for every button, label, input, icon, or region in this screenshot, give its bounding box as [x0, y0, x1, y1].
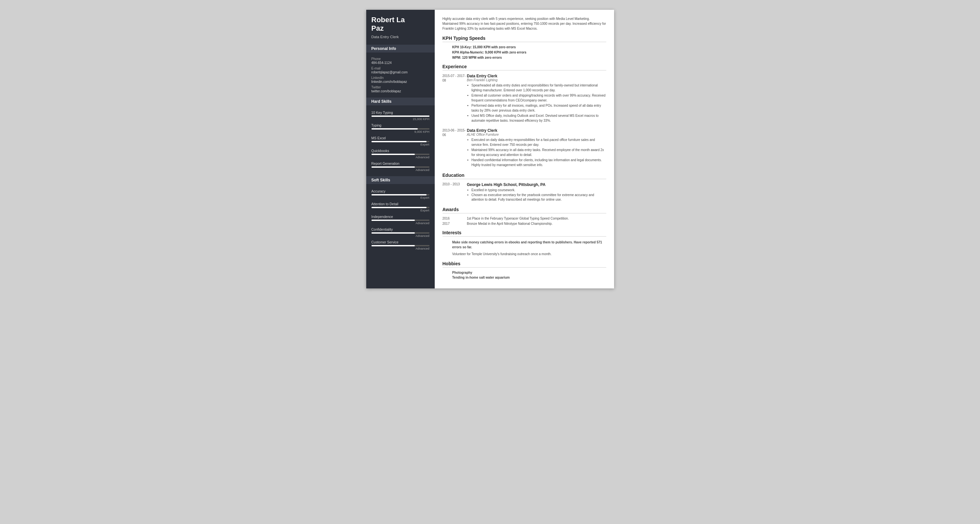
soft-skill-item: Customer Service Advanced	[371, 240, 430, 250]
skill-bar-bg	[371, 166, 430, 168]
skill-bar-fill	[371, 116, 430, 117]
soft-skills-content: Accuracy Expert Attention to Detail Expe…	[366, 184, 435, 253]
skill-name: Customer Service	[371, 240, 430, 244]
interests-section-title: Interests	[442, 230, 606, 237]
bullet: Entered all customer orders and shipping…	[472, 93, 606, 103]
hobbies-content: PhotographyTending in-home salt water aq…	[442, 271, 606, 279]
skill-bar-bg	[371, 141, 430, 142]
exp-bullets: Executed on daily data-entry responsibil…	[467, 138, 606, 167]
soft-skill-item: Confidentiality Advanced	[371, 228, 430, 237]
edu-date: 2010 - 2013	[442, 182, 467, 202]
exp-company: Ben Franklin Lighting	[467, 78, 606, 82]
exp-bullets: Spearheaded all data entry duties and re…	[467, 83, 606, 123]
skill-bar-bg	[371, 220, 430, 221]
hard-skills-header: Hard Skills	[366, 97, 435, 105]
award-row: 2017 Bronze Medal in the April Nitrotype…	[442, 222, 606, 225]
soft-skills-header: Soft Skills	[366, 176, 435, 184]
bullet: Performed data entry for all invoices, m…	[472, 104, 606, 113]
candidate-name: Robert La Paz	[371, 16, 430, 33]
resume-wrapper: Robert La Paz Data Entry Clerk Personal …	[366, 10, 614, 288]
skill-bar-bg	[371, 245, 430, 246]
skill-name: Accuracy	[371, 189, 430, 193]
bullet: Excelled in typing coursework.	[472, 188, 606, 193]
skill-name: Confidentiality	[371, 228, 430, 231]
kph-row: WPM: 120 WPM with zero errors	[442, 56, 606, 59]
edu-bullets: Excelled in typing coursework.Chosen as …	[467, 188, 606, 202]
email-value: robertqlapaz@gmail.com	[371, 70, 430, 74]
hobby-item: Tending in-home salt water aquarium	[452, 276, 606, 279]
skill-name: Attention to Detail	[371, 202, 430, 206]
kph-section-title: KPH Typing Speeds	[442, 35, 606, 42]
hard-skill-item: Report Generation Advanced	[371, 161, 430, 172]
skill-bar-fill	[371, 166, 415, 168]
education-entry: 2010 - 2013 George Lewis High School, Pi…	[442, 182, 606, 202]
skill-name: Independence	[371, 215, 430, 218]
exp-job-title: Data Entry Clerk	[467, 74, 606, 78]
skill-bar-bg	[371, 154, 430, 155]
award-year: 2017	[442, 222, 467, 225]
bullet: Maintained 99% accuracy in all data entr…	[472, 148, 606, 157]
experience-entry: 2015-07 - 2017-08 Data Entry Clerk Ben F…	[442, 74, 606, 124]
bullet: Spearheaded all data entry duties and re…	[472, 83, 606, 93]
skill-level: Advanced	[371, 168, 430, 172]
skill-name: MS Excel	[371, 136, 430, 140]
soft-skill-item: Accuracy Expert	[371, 189, 430, 199]
twitter-label: Twitter	[371, 86, 430, 89]
linkedin-value: linkedin.com/in/boblapaz	[371, 80, 430, 83]
skill-bar-fill	[371, 141, 426, 142]
sidebar: Robert La Paz Data Entry Clerk Personal …	[366, 10, 435, 288]
bullet: Executed on daily data-entry responsibil…	[472, 138, 606, 147]
skill-name: 10 Key Typing	[371, 111, 430, 115]
skill-bar-bg	[371, 232, 430, 234]
skill-level: 15,000 KPH	[371, 117, 430, 121]
soft-skill-item: Attention to Detail Expert	[371, 202, 430, 212]
skill-bar-fill	[371, 128, 418, 129]
hard-skills-content: 10 Key Typing 15,000 KPH Typing 9,000 KP…	[366, 105, 435, 174]
hard-skill-item: 10 Key Typing 15,000 KPH	[371, 111, 430, 121]
skill-name: Report Generation	[371, 161, 430, 166]
skill-level: Expert	[371, 143, 430, 146]
skill-bar-bg	[371, 128, 430, 129]
awards-entries: 2016 1st Place in the February Typeracer…	[442, 217, 606, 225]
soft-skill-item: Independence Advanced	[371, 215, 430, 225]
skill-level: Advanced	[371, 221, 430, 225]
skill-level: Expert	[371, 196, 430, 199]
exp-date: 2015-07 - 2017-08	[442, 74, 467, 124]
phone-label: Phone	[371, 57, 430, 61]
awards-section-title: Awards	[442, 207, 606, 213]
main-content: Highly accurate data entry clerk with 5 …	[435, 10, 614, 288]
education-entries: 2010 - 2013 George Lewis High School, Pi…	[442, 182, 606, 202]
experience-section-title: Experience	[442, 64, 606, 70]
skill-level: Advanced	[371, 155, 430, 159]
skill-bar-fill	[371, 245, 415, 246]
skill-bar-fill	[371, 220, 415, 221]
experience-entries: 2015-07 - 2017-08 Data Entry Clerk Ben F…	[442, 74, 606, 168]
skill-bar-bg	[371, 116, 430, 117]
edu-content: George Lewis High School, Pittsburgh, PA…	[467, 182, 606, 202]
candidate-title: Data Entry Clerk	[371, 35, 430, 39]
kph-label: KPH 10-Key: 15,000 KPH with zero errors	[452, 45, 516, 49]
exp-date: 2013-06 - 2015-06	[442, 128, 467, 168]
hard-skill-item: Typing 9,000 KPH	[371, 123, 430, 134]
experience-entry: 2013-06 - 2015-06 Data Entry Clerk ALHE …	[442, 128, 606, 168]
email-label: E-mail	[371, 67, 430, 70]
hobbies-section-title: Hobbies	[442, 261, 606, 268]
personal-info-header: Personal Info	[366, 45, 435, 53]
bullet: Chosen as executive secretary for the ye…	[472, 193, 606, 202]
skill-level: Advanced	[371, 234, 430, 237]
exp-content: Data Entry Clerk ALHE Office Furniture E…	[467, 128, 606, 168]
award-text: Bronze Medal in the April Nitrotype Nati…	[467, 222, 606, 225]
award-year: 2016	[442, 217, 467, 220]
skill-level: 9,000 KPH	[371, 130, 430, 134]
skill-bar-fill	[371, 154, 415, 155]
skill-level: Expert	[371, 209, 430, 212]
kph-items: KPH 10-Key: 15,000 KPH with zero errorsK…	[442, 45, 606, 59]
skill-bar-fill	[371, 194, 426, 196]
skill-bar-bg	[371, 207, 430, 208]
exp-company: ALHE Office Furniture	[467, 133, 606, 136]
skill-name: Typing	[371, 123, 430, 127]
exp-job-title: Data Entry Clerk	[467, 128, 606, 133]
hard-skill-item: MS Excel Expert	[371, 136, 430, 146]
hard-skill-item: Quickbooks Advanced	[371, 149, 430, 159]
skill-level: Advanced	[371, 247, 430, 250]
